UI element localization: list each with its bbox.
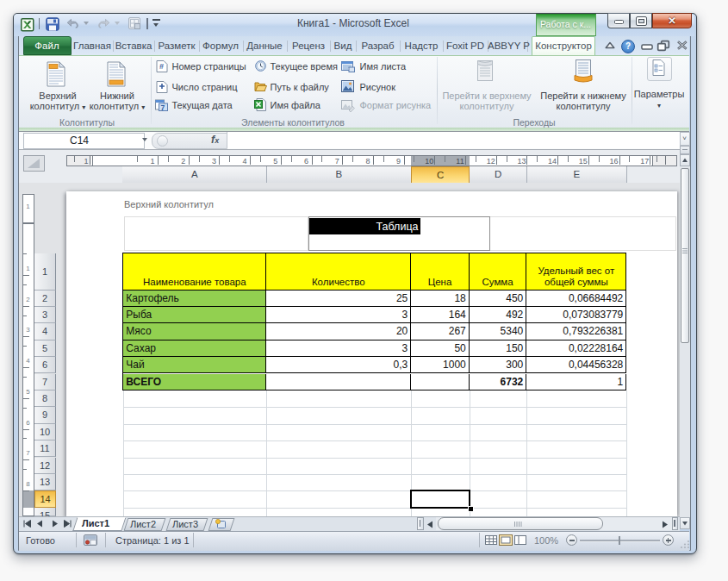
- svg-text:7: 7: [161, 103, 165, 111]
- svg-text:#: #: [159, 62, 164, 71]
